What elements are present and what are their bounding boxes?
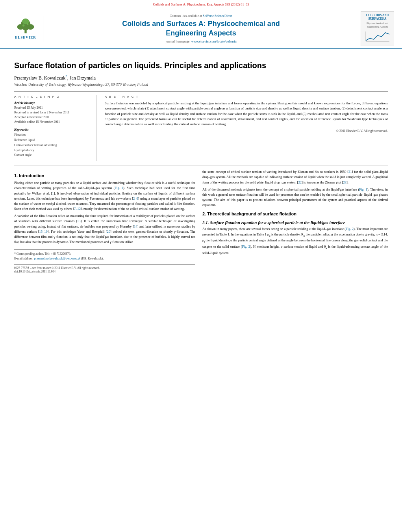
- journal-top-bar: Colloids and Surfaces A: Physicochem. En…: [0, 0, 402, 8]
- elsevier-tree-icon: [14, 19, 37, 34]
- keyword-critical-surface: Critical surface tension of wetting: [14, 143, 91, 148]
- section2-subsection-title: 2.1. Surface flotation equation for a sp…: [202, 220, 388, 225]
- author-name: Przemyslaw B. Kowalczuk: [14, 75, 65, 81]
- right-logo-sub: Physicochemical andEngineering Aspects: [363, 21, 392, 28]
- svg-point-3: [27, 24, 34, 30]
- right-logo-title: COLLOIDS AND SURFACES A: [363, 13, 392, 20]
- online-date: Available online 15 November 2011: [14, 120, 91, 124]
- journal-header: ELSEVIER Contents lists available at Sci…: [0, 8, 402, 49]
- copyright: © 2011 Elsevier B.V. All rights reserved…: [105, 129, 388, 133]
- divider-after-abstract: [14, 165, 388, 165]
- article-info-column: A R T I C L E I N F O Article history: R…: [14, 95, 97, 161]
- svg-point-5: [22, 24, 24, 26]
- section2-para1: As shown in many papers, there are sever…: [202, 226, 388, 255]
- page-wrapper: Colloids and Surfaces A: Physicochem. En…: [0, 0, 402, 532]
- issn-text: 0927-7757/$ – see front matter © 2011 El…: [14, 266, 195, 270]
- revised-date: Received in revised form 2 November 2011: [14, 110, 91, 115]
- right-logo-box: COLLOIDS AND SURFACES A Physicochemical …: [361, 11, 394, 46]
- abstract-label: A B S T R A C T: [105, 95, 388, 98]
- header-right-logo: COLLOIDS AND SURFACES A Physicochemical …: [355, 11, 394, 46]
- svg-point-6: [27, 23, 28, 25]
- keyword-reference-liquid: Reference liquid: [14, 138, 91, 143]
- history-title: Article history:: [14, 101, 91, 105]
- body-content: 1. Introduction Placing either one parti…: [14, 169, 388, 273]
- right-logo-chart-icon: [364, 30, 391, 43]
- journal-citation: Colloids and Surfaces A: Physicochem. En…: [153, 2, 249, 6]
- homepage-link[interactable]: www.elsevier.com/locate/colsurfa: [191, 39, 237, 43]
- footnote-section: * Corresponding author. Tel.: +48 713206…: [14, 249, 195, 261]
- article-title: Surface flotation of particles on liquid…: [14, 60, 388, 70]
- bottom-bar: 0927-7757/$ – see front matter © 2011 El…: [14, 264, 195, 273]
- section1-para2: A variation of the film flotation relies…: [14, 213, 195, 245]
- abstract-text: Surface flotation was modeled by a spher…: [105, 101, 388, 127]
- section1-para1: Placing either one particle or many part…: [14, 180, 195, 211]
- doi-text: doi:10.1016/j.colsurfa.2011.11.004: [14, 270, 195, 273]
- elsevier-brand-text: ELSEVIER: [15, 35, 36, 39]
- elsevier-logo-box: ELSEVIER: [8, 16, 43, 42]
- section1-title: 1. Introduction: [14, 173, 195, 178]
- abstract-column: A B S T R A C T Surface flotation was mo…: [105, 95, 388, 161]
- keywords-title: Keywords:: [14, 128, 91, 132]
- svg-point-4: [22, 19, 29, 24]
- article-history: Article history: Received 15 July 2011 R…: [14, 101, 91, 124]
- body-left-column: 1. Introduction Placing either one parti…: [14, 169, 195, 273]
- article-info-label: A R T I C L E I N F O: [14, 95, 91, 98]
- header-left-logo: ELSEVIER: [8, 16, 47, 42]
- footnote-star: * Corresponding author. Tel.: +48 713206…: [14, 252, 195, 256]
- authors-line: Przemyslaw B. Kowalczuk*, Jan Drzymala: [14, 74, 388, 81]
- article-info-abstract: A R T I C L E I N F O Article history: R…: [14, 95, 388, 161]
- main-content: Surface flotation of particles on liquid…: [0, 49, 402, 277]
- keyword-hydrophobicity: Hydrophobicity: [14, 148, 91, 153]
- article-title-section: Surface flotation of particles on liquid…: [14, 60, 388, 70]
- keyword-flotation: Flotation: [14, 133, 91, 138]
- section1-right-para1: the same concept of critical surface ten…: [202, 169, 388, 185]
- section1-right-para2: All of the discussed methods originate f…: [202, 187, 388, 208]
- section2-title: 2. Theoretical background of surface flo…: [202, 211, 388, 216]
- header-sciverse: Contents lists available at SciVerse Sci…: [51, 14, 351, 18]
- body-right-column: the same concept of critical surface ten…: [202, 169, 388, 273]
- sciverse-link[interactable]: SciVerse ScienceDirect: [203, 14, 232, 18]
- journal-homepage: journal homepage: www.elsevier.com/locat…: [51, 39, 351, 43]
- email-link[interactable]: przemyslaw.kowalczuk@pwr.wroc.pl: [34, 257, 80, 260]
- affiliation: Wroclaw University of Technology, Wybrze…: [14, 83, 388, 87]
- footnote-email: E-mail address: przemyslaw.kowalczuk@pwr…: [14, 256, 195, 261]
- accepted-date: Accepted 4 November 2011: [14, 115, 91, 120]
- header-center: Contents lists available at SciVerse Sci…: [47, 14, 355, 43]
- keyword-contact-angle: Contact angle: [14, 153, 91, 158]
- keywords-group: Keywords: Flotation Reference liquid Cri…: [14, 128, 91, 158]
- divider-after-affiliation: [14, 91, 388, 92]
- received-date: Received 15 July 2011: [14, 106, 91, 110]
- journal-title: Colloids and Surfaces A: Physicochemical…: [51, 19, 351, 38]
